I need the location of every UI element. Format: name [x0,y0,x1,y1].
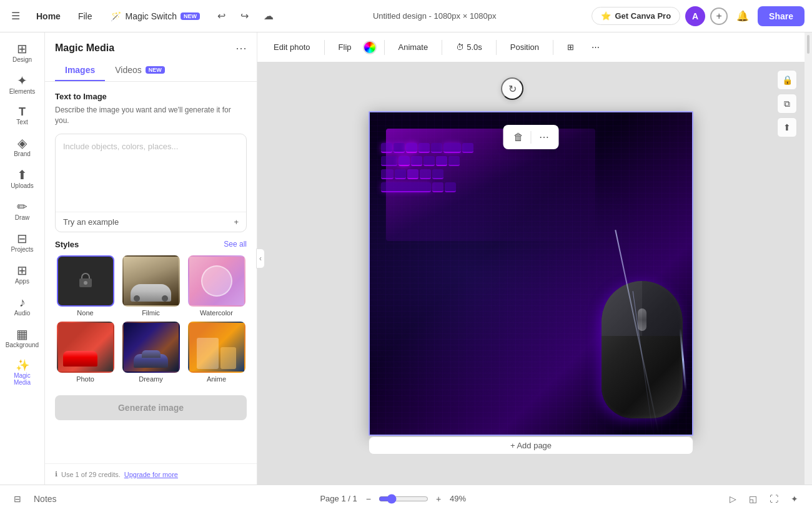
home-button[interactable]: Home [31,7,66,25]
panel-wrapper: Magic Media ⋯ Images Videos NEW Text to … [45,32,257,485]
generate-image-button[interactable]: Generate image [55,395,247,420]
icon-sidebar: ⊞ Design ✦ Elements T Text ◈ Brand ⬆ Upl… [0,32,45,485]
sidebar-item-magic-media-label: Magic Media [6,372,39,386]
style-watercolor-label: Watercolor [200,309,233,317]
try-example-button[interactable]: Try an example + [56,212,246,232]
delete-button[interactable]: 🗑 [511,129,526,145]
style-filmic[interactable]: Filmic [121,255,181,317]
right-scrollbar [805,32,812,485]
redo-button[interactable]: ↪ [237,6,252,26]
position-button[interactable]: Position [504,39,545,56]
brand-icon: ◈ [17,137,27,149]
tab-videos[interactable]: Videos NEW [105,60,175,81]
style-photo-label: Photo [76,375,94,383]
try-example-plus-icon: + [234,217,239,227]
bottom-center: Page 1 / 1 − + 49% [66,491,721,506]
sidebar-item-apps[interactable]: ⊞ Apps [2,259,42,290]
apps-icon: ⊞ [17,264,27,277]
background-icon: ▦ [16,328,28,340]
style-dreamy[interactable]: Dreamy [121,322,181,383]
sidebar-item-brand[interactable]: ◈ Brand [2,132,42,162]
sidebar-item-text[interactable]: T Text [2,101,42,130]
grid-button[interactable]: ⊞ [561,39,580,56]
star-icon: ⭐ [601,11,611,21]
style-none-label: None [77,309,93,317]
sidebar-item-elements[interactable]: ✦ Elements [2,69,42,100]
sidebar-item-background[interactable]: ▦ Background [2,323,42,353]
panel-more-button[interactable]: ⋯ [235,41,247,55]
draw-icon: ✏ [17,200,27,213]
style-photo[interactable]: Photo [55,322,116,383]
magic-switch-button[interactable]: 🪄 Magic Switch NEW [104,7,205,25]
file-menu[interactable]: File [73,7,97,25]
style-none[interactable]: None [55,255,116,317]
sidebar-item-magic-media[interactable]: ✨ Magic Media [2,355,42,391]
notes-button[interactable]: Notes [30,491,61,506]
sidebar-item-text-label: Text [16,119,27,126]
credits-bar: ℹ Use 1 of 29 credits. Upgrade for more [45,463,257,485]
prompt-input[interactable] [56,134,246,209]
topbar: ☰ Home File 🪄 Magic Switch NEW ↩ ↪ ☁ Unt… [0,0,812,32]
present-button[interactable]: ▷ [726,491,740,506]
sidebar-item-draw[interactable]: ✏ Draw [2,195,42,226]
magic-wand-icon: 🪄 [111,11,121,21]
floating-toolbar: 🗑 ⋯ [503,125,559,149]
zoom-out-button[interactable]: − [362,491,375,506]
hamburger-button[interactable]: ☰ [7,6,24,26]
show-timing-button[interactable]: ◱ [745,491,761,506]
add-page-button[interactable]: + Add page [369,436,693,455]
topbar-center: Untitled design - 1080px × 1080px [282,11,587,21]
sidebar-item-projects[interactable]: ⊟ Projects [2,227,42,258]
flip-button[interactable]: Flip [332,39,358,56]
canvas-viewport[interactable]: 🔒 ⧉ ⬆ ↻ [257,62,805,485]
hide-panel-button[interactable]: ‹ [256,249,265,268]
magic-media-panel: Magic Media ⋯ Images Videos NEW Text to … [45,32,257,485]
color-wheel-button[interactable] [363,41,377,54]
add-collaborator-button[interactable]: + [710,7,728,25]
sidebar-item-projects-label: Projects [11,246,33,253]
magic-button[interactable]: ✦ [787,491,802,506]
zoom-slider[interactable] [379,494,428,504]
toolbar-float-divider [531,131,532,144]
style-anime[interactable]: Anime [186,322,247,383]
cloud-save-button[interactable]: ☁ [260,6,277,26]
bottom-bar: ⊟ Notes Page 1 / 1 − + 49% ▷ ◱ ⛶ ✦ [0,485,812,512]
lock-icon[interactable]: 🔒 [777,70,797,90]
user-avatar[interactable]: A [685,6,705,26]
show-pages-button[interactable]: ⊟ [10,491,25,506]
more-options-float-button[interactable]: ⋯ [537,129,552,145]
fullscreen-button[interactable]: ⛶ [766,491,782,506]
undo-button[interactable]: ↩ [214,6,229,26]
style-anime-thumb [188,322,245,373]
styles-title: Styles [55,240,79,249]
copy-icon[interactable]: ⧉ [777,94,797,114]
duration-button[interactable]: ⏱ 5.0s [450,39,488,56]
upgrade-link[interactable]: Upgrade for more [124,471,178,478]
share-button[interactable]: Share [758,6,805,26]
sidebar-item-apps-label: Apps [15,278,29,285]
try-example-label: Try an example [63,217,119,227]
share-icon[interactable]: ⬆ [777,117,797,137]
see-all-button[interactable]: See all [224,240,247,249]
sidebar-item-audio[interactable]: ♪ Audio [2,291,42,322]
sidebar-item-draw-label: Draw [15,214,29,221]
projects-icon: ⊟ [17,232,27,245]
style-anime-label: Anime [207,375,226,383]
panel-content: Text to Image Describe the image you wan… [45,82,257,463]
tab-images[interactable]: Images [55,60,105,81]
svg-point-1 [84,281,87,285]
canva-pro-button[interactable]: ⭐ Get Canva Pro [592,7,680,25]
canvas-frame[interactable]: 🗑 ⋯ [369,111,693,436]
edit-photo-button[interactable]: Edit photo [267,39,317,56]
sidebar-item-design[interactable]: ⊞ Design [2,37,42,68]
canvas-refresh-button[interactable]: ↻ [501,77,523,100]
zoom-in-button[interactable]: + [432,491,445,506]
notifications-button[interactable]: 🔔 [733,6,753,26]
design-icon: ⊞ [17,42,27,55]
clock-icon: ⏱ [456,42,464,52]
style-watercolor[interactable]: Watercolor [186,255,247,317]
animate-button[interactable]: Animate [392,39,435,56]
magic-switch-label: Magic Switch [125,11,176,21]
more-options-button[interactable]: ⋯ [585,39,606,56]
sidebar-item-uploads[interactable]: ⬆ Uploads [2,164,42,194]
